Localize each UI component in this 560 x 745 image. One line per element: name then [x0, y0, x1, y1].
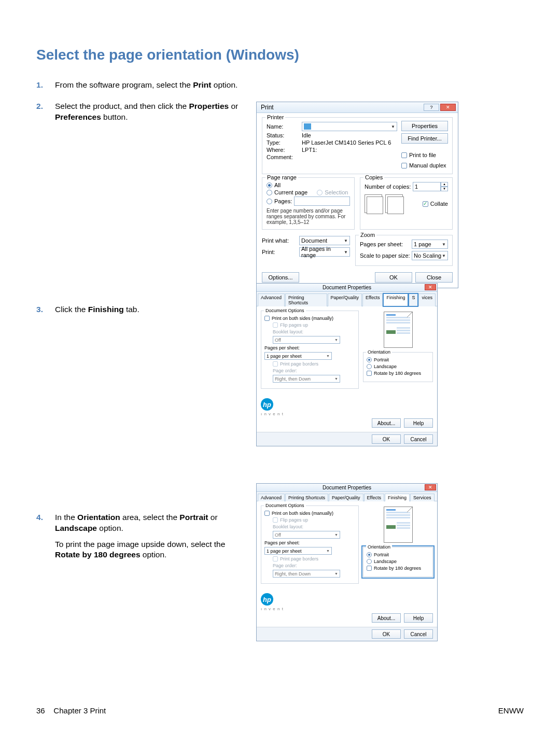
printer-icon — [304, 123, 311, 130]
where-value: LPT1: — [302, 147, 317, 153]
printwhat-label: Print what: — [262, 237, 299, 244]
landscape-radio-2[interactable] — [367, 559, 372, 564]
props-close-icon-2[interactable]: ✕ — [425, 484, 436, 490]
props-tabs: Advanced Printing Shortcuts Paper/Qualit… — [257, 292, 437, 306]
copies-spinner[interactable]: ▲▼ — [441, 182, 448, 191]
booklet-select-2[interactable]: Off — [273, 531, 340, 539]
help-button[interactable]: Help — [404, 418, 433, 428]
props-tabs-2: Advanced Printing Shortcuts Paper/Qualit… — [257, 492, 437, 501]
type-value: HP LaserJet CM1410 Series PCL 6 — [302, 139, 391, 146]
pps-select-2[interactable]: 1 page per sheet — [264, 547, 332, 555]
where-label: Where: — [267, 147, 302, 153]
step-1: From the software program, select the Pr… — [36, 80, 249, 91]
tab-advanced-2[interactable]: Advanced — [258, 494, 285, 501]
props-close-icon[interactable]: ✕ — [425, 284, 436, 290]
collate-checkbox[interactable] — [423, 201, 428, 207]
page-range-pages-radio[interactable] — [267, 199, 272, 204]
booklet-select[interactable]: Off — [273, 336, 340, 344]
tab-effects-2[interactable]: Effects — [364, 494, 384, 501]
zoom-group: Zoom Pages per sheet:1 page Scale to pap… — [355, 235, 453, 266]
tab-services-left[interactable]: S — [409, 293, 418, 306]
tab-services-2[interactable]: Services — [410, 494, 435, 501]
page-preview-icon-2 — [384, 507, 413, 543]
props-cancel-button-2[interactable]: Cancel — [404, 629, 433, 639]
props-titlebar: Document Properties ✕ — [257, 284, 437, 292]
zoom-pps-label: Pages per sheet: — [360, 241, 412, 247]
zoom-scale-label: Scale to paper size: — [360, 252, 412, 259]
print-select[interactable]: All pages in range — [299, 247, 350, 257]
page-range-selection-radio[interactable] — [317, 190, 323, 195]
page-preview-icon — [384, 312, 413, 348]
step-3: Click the Finishing tab. — [36, 304, 249, 502]
page-order-select[interactable]: Right, then Down — [273, 375, 340, 383]
options-button[interactable]: Options... — [262, 272, 299, 283]
about-button-2[interactable]: About... — [372, 613, 401, 623]
hp-logo-icon: hp — [261, 398, 273, 411]
page-borders-checkbox-2[interactable] — [273, 556, 278, 561]
booklet-label: Booklet layout: — [273, 329, 303, 334]
footer-right: ENWW — [498, 706, 524, 715]
page-heading: Select the page orientation (Windows) — [36, 47, 524, 63]
rotate-checkbox-2[interactable] — [367, 566, 372, 571]
page-order-label: Page order: — [273, 368, 297, 373]
collate-icon-2 — [385, 194, 403, 213]
print-dialog: Print ? ✕ Printer Name: Status:Idle Type… — [256, 102, 458, 288]
printer-name-select[interactable] — [302, 122, 397, 131]
hp-logo-icon-2: hp — [261, 593, 273, 606]
hp-invent-text-2: ı n v e n t — [261, 607, 433, 611]
tab-printing-shortcuts-2[interactable]: Printing Shortcuts — [285, 494, 328, 501]
orientation-group-2: Orientation Portrait Landscape Rotate by… — [363, 547, 433, 577]
flip-pages-checkbox-2[interactable] — [273, 517, 278, 523]
props-ok-button[interactable]: OK — [372, 434, 401, 444]
portrait-radio[interactable] — [367, 357, 372, 362]
printer-group: Printer Name: Status:Idle Type:HP LaserJ… — [262, 117, 453, 174]
page-range-group: Page range All Current page Selection Pa… — [262, 177, 355, 230]
about-button[interactable]: About... — [372, 418, 401, 428]
rotate-checkbox[interactable] — [367, 371, 372, 376]
print-to-file-checkbox[interactable] — [401, 152, 407, 158]
flip-pages-checkbox[interactable] — [273, 322, 278, 328]
print-dialog-title: Print — [261, 104, 274, 111]
zoom-pps-select[interactable]: 1 page — [412, 240, 448, 249]
page-range-current-radio[interactable] — [267, 190, 272, 195]
close-button[interactable]: Close — [415, 272, 453, 283]
tab-effects[interactable]: Effects — [362, 293, 383, 306]
copies-input[interactable]: 1 — [413, 182, 441, 191]
close-window-button[interactable]: ✕ — [440, 104, 456, 111]
landscape-radio[interactable] — [367, 364, 372, 369]
help-window-button[interactable]: ? — [424, 104, 439, 111]
tab-finishing-2[interactable]: Finishing — [385, 494, 410, 501]
pps-select[interactable]: 1 page per sheet — [264, 352, 332, 360]
help-button-2[interactable]: Help — [404, 613, 433, 623]
ok-button[interactable]: OK — [375, 272, 412, 283]
page-order-select-2[interactable]: Right, then Down — [273, 570, 340, 578]
tab-advanced[interactable]: Advanced — [258, 293, 285, 306]
find-printer-button[interactable]: Find Printer... — [401, 133, 448, 144]
status-label: Status: — [267, 132, 302, 138]
document-properties-dialog-2: Document Properties ✕ Advanced Printing … — [256, 483, 438, 641]
step-2: Select the product, and then click the P… — [36, 101, 249, 294]
page-borders-checkbox[interactable] — [273, 361, 278, 367]
name-label: Name: — [267, 123, 302, 130]
portrait-radio-2[interactable] — [367, 552, 372, 557]
props-ok-button-2[interactable]: OK — [372, 629, 401, 639]
page-range-all-radio[interactable] — [267, 182, 272, 188]
tab-finishing[interactable]: Finishing — [383, 293, 408, 306]
zoom-scale-select[interactable]: No Scaling — [412, 251, 448, 260]
props-cancel-button[interactable]: Cancel — [404, 434, 433, 444]
tab-paper-quality[interactable]: Paper/Quality — [328, 293, 362, 306]
tab-services-right[interactable]: vices — [418, 293, 436, 306]
collate-icon-1 — [365, 194, 382, 213]
both-sides-checkbox[interactable] — [264, 316, 270, 321]
both-sides-checkbox-2[interactable] — [264, 511, 270, 516]
manual-duplex-checkbox[interactable] — [401, 163, 407, 168]
printwhat-select[interactable]: Document — [299, 236, 350, 245]
properties-button[interactable]: Properties — [401, 121, 448, 131]
comment-label: Comment: — [267, 154, 302, 160]
tab-printing-shortcuts[interactable]: Printing Shortcuts — [285, 293, 327, 306]
props-titlebar-2: Document Properties ✕ — [257, 484, 437, 492]
page-range-pages-input[interactable] — [294, 196, 350, 206]
pps-label: Pages per sheet: — [264, 345, 300, 350]
tab-paper-quality-2[interactable]: Paper/Quality — [329, 494, 363, 501]
hp-invent-text: ı n v e n t — [261, 412, 433, 416]
